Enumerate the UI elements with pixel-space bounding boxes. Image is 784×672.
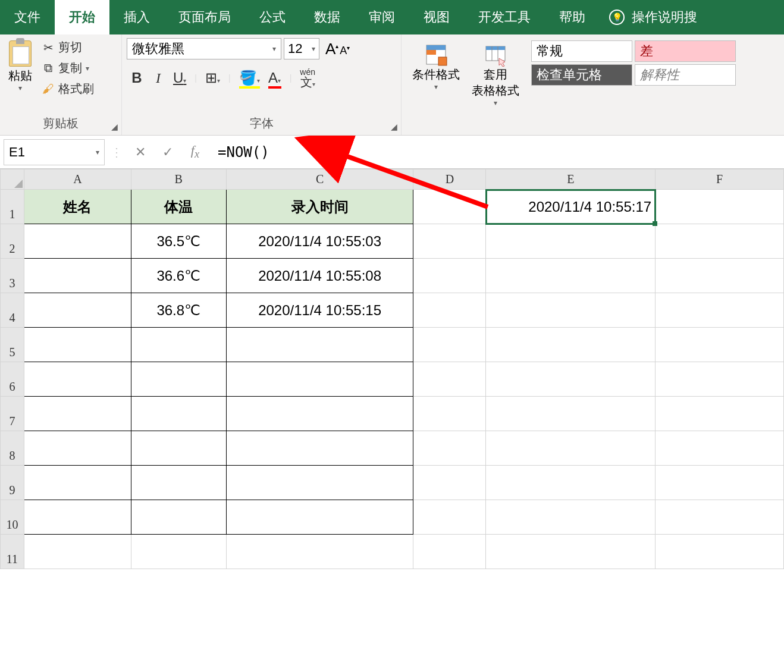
row-head-4[interactable]: 4 <box>1 293 24 328</box>
tab-insert[interactable]: 插入 <box>109 0 164 34</box>
cell-D3[interactable] <box>413 259 486 293</box>
cell-C5[interactable] <box>226 328 413 362</box>
cell-F4[interactable] <box>656 293 784 328</box>
tab-view[interactable]: 视图 <box>409 0 464 34</box>
cell-A4[interactable] <box>24 293 131 328</box>
cancel-formula-icon[interactable]: ✕ <box>128 145 152 160</box>
cell-D6[interactable] <box>413 362 486 397</box>
cell-C3[interactable]: 2020/11/4 10:55:08 <box>226 259 413 293</box>
enter-formula-icon[interactable]: ✓ <box>156 145 180 160</box>
chevron-down-icon[interactable]: ▾ <box>96 148 99 156</box>
cell-C8[interactable] <box>226 431 413 466</box>
cell-F5[interactable] <box>656 328 784 362</box>
cell-C1[interactable]: 录入时间 <box>226 190 413 224</box>
cell-D4[interactable] <box>413 293 486 328</box>
cell-B3[interactable]: 36.6℃ <box>131 259 226 293</box>
cell-B5[interactable] <box>131 328 226 362</box>
row-head-1[interactable]: 1 <box>1 190 24 224</box>
cell-B2[interactable]: 36.5℃ <box>131 224 226 259</box>
cell-E7[interactable] <box>486 397 656 431</box>
cell-E2[interactable] <box>486 224 656 259</box>
bold-button[interactable]: B <box>130 70 143 86</box>
chevron-down-icon[interactable]: ▾ <box>272 45 276 53</box>
conditional-format-button[interactable]: 条件格式 ▾ <box>406 40 466 93</box>
chevron-down-icon[interactable]: ▾ <box>217 77 220 84</box>
tab-developer[interactable]: 开发工具 <box>464 0 545 34</box>
cell-D5[interactable] <box>413 328 486 362</box>
row-head-9[interactable]: 9 <box>1 466 24 500</box>
cell-C9[interactable] <box>226 466 413 500</box>
increase-font-icon[interactable]: A▴ <box>325 40 338 58</box>
cell-F9[interactable] <box>656 466 784 500</box>
italic-button[interactable]: I <box>152 70 165 86</box>
cell-A8[interactable] <box>24 431 131 466</box>
cell-style-bad[interactable]: 差 <box>635 40 736 62</box>
fill-color-button[interactable]: 🪣▾ <box>239 70 260 86</box>
cell-F2[interactable] <box>656 224 784 259</box>
chevron-down-icon[interactable]: ▾ <box>312 81 315 87</box>
cell-F1[interactable] <box>656 190 784 224</box>
cell-F7[interactable] <box>656 397 784 431</box>
cell-B8[interactable] <box>131 431 226 466</box>
cell-E4[interactable] <box>486 293 656 328</box>
cell-A11[interactable] <box>24 535 131 569</box>
cell-F8[interactable] <box>656 431 784 466</box>
col-head-F[interactable]: F <box>656 169 784 190</box>
borders-button[interactable]: ⊞▾ <box>205 70 220 86</box>
cell-E10[interactable] <box>486 500 656 535</box>
tab-file[interactable]: 文件 <box>0 0 55 34</box>
col-head-A[interactable]: A <box>24 169 131 190</box>
dialog-launcher-icon[interactable]: ◢ <box>111 122 118 131</box>
cell-A10[interactable] <box>24 500 131 535</box>
cut-button[interactable]: ✂剪切 <box>39 38 96 56</box>
cell-C11[interactable] <box>226 535 413 569</box>
cell-C10[interactable] <box>226 500 413 535</box>
cell-D1[interactable] <box>413 190 486 224</box>
cell-D9[interactable] <box>413 466 486 500</box>
cell-C4[interactable]: 2020/11/4 10:55:15 <box>226 293 413 328</box>
col-head-D[interactable]: D <box>413 169 486 190</box>
cell-F3[interactable] <box>656 259 784 293</box>
cell-D8[interactable] <box>413 431 486 466</box>
chevron-down-icon[interactable]: ▾ <box>86 64 89 73</box>
tab-page-layout[interactable]: 页面布局 <box>164 0 245 34</box>
cell-A5[interactable] <box>24 328 131 362</box>
name-box[interactable]: E1▾ <box>4 139 105 165</box>
cell-E5[interactable] <box>486 328 656 362</box>
table-format-button[interactable]: 套用 表格格式 ▾ <box>466 40 525 109</box>
cell-style-normal[interactable]: 常规 <box>531 40 632 62</box>
row-head-3[interactable]: 3 <box>1 259 24 293</box>
chevron-down-icon[interactable]: ▾ <box>312 45 315 53</box>
chevron-down-icon[interactable]: ▾ <box>18 84 22 92</box>
tab-home[interactable]: 开始 <box>55 0 109 34</box>
cell-C7[interactable] <box>226 397 413 431</box>
paste-button[interactable]: 粘贴 ▾ <box>5 38 36 98</box>
cell-B4[interactable]: 36.8℃ <box>131 293 226 328</box>
cell-B9[interactable] <box>131 466 226 500</box>
format-painter-button[interactable]: 🖌格式刷 <box>39 80 96 98</box>
cell-B6[interactable] <box>131 362 226 397</box>
cell-C2[interactable]: 2020/11/4 10:55:03 <box>226 224 413 259</box>
cell-A1[interactable]: 姓名 <box>24 190 131 224</box>
cell-A9[interactable] <box>24 466 131 500</box>
cell-C6[interactable] <box>226 362 413 397</box>
row-head-11[interactable]: 11 <box>1 535 24 569</box>
fx-icon[interactable]: fx <box>183 143 207 161</box>
col-head-B[interactable]: B <box>131 169 226 190</box>
col-head-E[interactable]: E <box>486 169 656 190</box>
cell-style-check[interactable]: 检查单元格 <box>531 64 632 86</box>
cell-D10[interactable] <box>413 500 486 535</box>
phonetic-button[interactable]: wén文▾ <box>300 68 315 88</box>
row-head-5[interactable]: 5 <box>1 328 24 362</box>
cell-style-explain[interactable]: 解释性 <box>635 64 736 86</box>
row-head-6[interactable]: 6 <box>1 362 24 397</box>
tab-data[interactable]: 数据 <box>300 0 355 34</box>
cell-F11[interactable] <box>656 535 784 569</box>
chevron-down-icon[interactable]: ▾ <box>257 77 260 84</box>
row-head-8[interactable]: 8 <box>1 431 24 466</box>
cell-A2[interactable] <box>24 224 131 259</box>
font-name-select[interactable]: 微软雅黑▾ <box>127 38 281 59</box>
dialog-launcher-icon[interactable]: ◢ <box>391 122 397 131</box>
row-head-10[interactable]: 10 <box>1 500 24 535</box>
cell-B11[interactable] <box>131 535 226 569</box>
